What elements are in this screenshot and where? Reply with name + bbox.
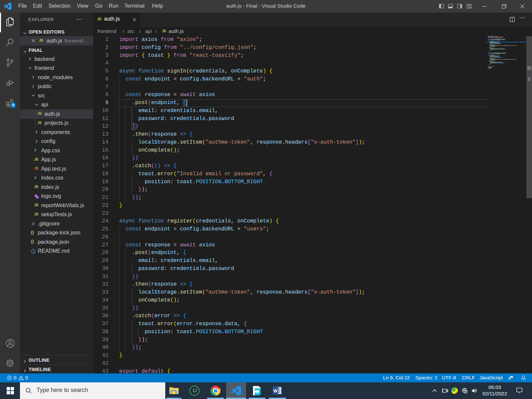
svg-text:W: W (273, 388, 278, 393)
